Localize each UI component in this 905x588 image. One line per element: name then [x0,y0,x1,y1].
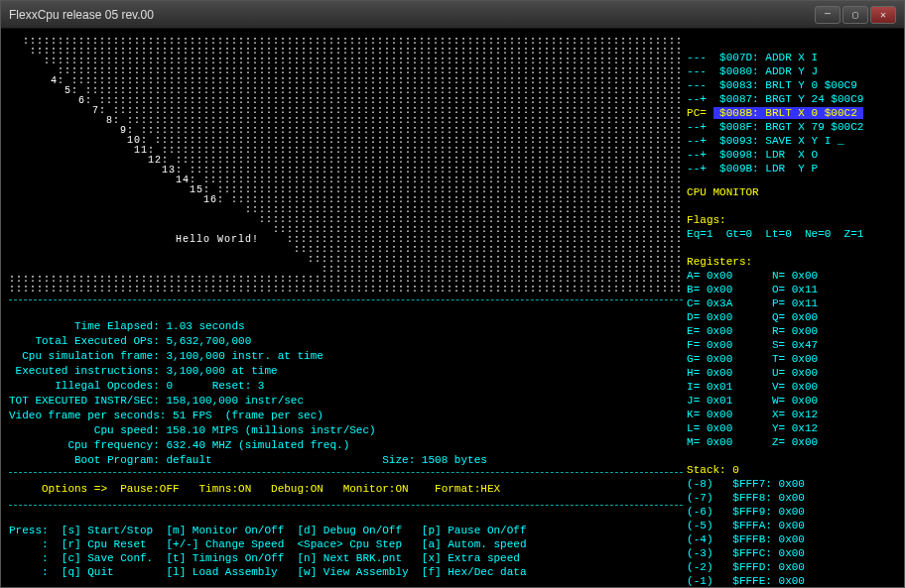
reg-line: J= 0x01 W= 0x00 [687,395,818,407]
key-help: Press: [s] Start/Stop [m] Monitor On/Off… [9,510,683,579]
window-title: FlexxCpu release 05 rev.00 [9,8,815,22]
stat-line: Illegal Opcodes: 0 Reset: 3 [9,380,264,392]
reg-line: L= 0x00 Y= 0x12 [687,422,818,434]
minimize-button[interactable]: ─ [815,6,840,24]
flags-line: Eq=1 Gt=0 Lt=0 Ne=0 Z=1 [687,228,863,240]
reg-line: D= 0x00 Q= 0x00 [687,311,818,323]
left-panel: ::::::::::::::::::::::::::::::::::::::::… [9,37,683,579]
reg-line: E= 0x00 R= 0x00 [687,325,818,337]
disasm-line: --+ $0098: LDR X O [687,149,818,161]
cpu-monitor: CPU MONITOR Flags: Eq=1 Gt=0 Lt=0 Ne=0 Z… [687,185,896,588]
stack-line: (-7) $FFF8: 0x00 [687,492,805,504]
maximize-button[interactable]: ▢ [842,6,868,24]
reg-line: F= 0x00 S= 0x47 [687,339,818,351]
disasm-line: --- $007D: ADDR X I [687,52,818,63]
disassembly-panel: --- $007D: ADDR X I --- $0080: ADDR Y J … [687,37,896,176]
titlebar[interactable]: FlexxCpu release 05 rev.00 ─ ▢ ✕ [1,1,904,29]
close-button[interactable]: ✕ [870,6,896,24]
reg-line: I= 0x01 V= 0x00 [687,381,818,393]
disasm-line: --- $0083: BRLT Y 0 $00C9 [687,79,857,91]
stack-line: (-3) $FFFC: 0x00 [687,547,805,559]
reg-line: B= 0x00 O= 0x11 [687,284,818,295]
stack-line: (-2) $FFFD: 0x00 [687,561,805,573]
key-line: : [q] Quit [l] Load Assembly [w] View As… [9,566,527,578]
stack-line: (-4) $FFFB: 0x00 [687,533,805,545]
pc-label: PC= [687,107,712,119]
disasm-line: --+ $009B: LDR Y P [687,163,818,175]
stat-line: Cpu speed: 158.10 MIPS (millions instr/S… [9,424,376,436]
stat-line: Video frame per seconds: 51 FPS (frame p… [9,410,323,421]
key-line: Press: [s] Start/Stop [m] Monitor On/Off… [9,525,527,536]
key-line: : [r] Cpu Reset [+/-] Change Speed <Spac… [9,538,527,550]
key-line: : [c] Save Conf. [t] Timings On/Off [n] … [9,552,520,564]
monitor-title: CPU MONITOR [687,186,759,198]
reg-line: A= 0x00 N= 0x00 [687,270,818,282]
divider [9,505,683,506]
disasm-line: --+ $0087: BRGT Y 24 $00C9 [687,93,863,105]
window-controls: ─ ▢ ✕ [815,6,896,24]
flags-label: Flags: [687,214,726,226]
content-area: ::::::::::::::::::::::::::::::::::::::::… [1,29,904,587]
stats-panel: Time Elapsed: 1.03 seconds Total Execute… [9,304,683,468]
registers-label: Registers: [687,256,752,268]
disasm-line: --+ $008F: BRGT X 79 $00C2 [687,121,863,133]
options-line: Options => Pause:OFF Timns:ON Debug:ON M… [9,483,683,495]
disasm-line: --- $0080: ADDR Y J [687,65,818,77]
stack-label: Stack: 0 [687,464,739,476]
divider [9,299,683,300]
stat-line: TOT EXECUTED INSTR/SEC: 158,100,000 inst… [9,395,304,407]
stat-line: Time Elapsed: 1.03 seconds [9,320,245,332]
app-window: FlexxCpu release 05 rev.00 ─ ▢ ✕ :::::::… [0,0,905,588]
divider [9,472,683,473]
stack-line: (-8) $FFF7: 0x00 [687,478,805,490]
stat-line: Boot Program: default Size: 1508 bytes [9,454,487,466]
disasm-line: --+ $0093: SAVE X Y I _ [687,135,843,147]
reg-line: G= 0x00 T= 0x00 [687,353,818,365]
right-panel: --- $007D: ADDR X I --- $0080: ADDR Y J … [687,37,896,579]
stack-line: (-5) $FFFA: 0x00 [687,520,805,531]
reg-line: H= 0x00 U= 0x00 [687,367,818,379]
stack-line: (-6) $FFF9: 0x00 [687,506,805,518]
reg-line: C= 0x3A P= 0x11 [687,297,818,309]
disasm-current-line: $008B: BRLT X 0 $00C2 [713,107,864,119]
video-display: ::::::::::::::::::::::::::::::::::::::::… [9,37,683,295]
stat-line: Executed instructions: 3,100,000 at time [9,365,278,377]
reg-line: K= 0x00 X= 0x12 [687,409,818,420]
stat-line: Cpu simulation frame: 3,100,000 instr. a… [9,350,323,362]
stack-line: (-1) $FFFE: 0x00 [687,575,805,587]
stat-line: Cpu frequency: 632.40 MHZ (simulated fre… [9,439,349,451]
stat-line: Total Executed OPs: 5,632,700,000 [9,335,251,347]
reg-line: M= 0x00 Z= 0x00 [687,436,818,448]
